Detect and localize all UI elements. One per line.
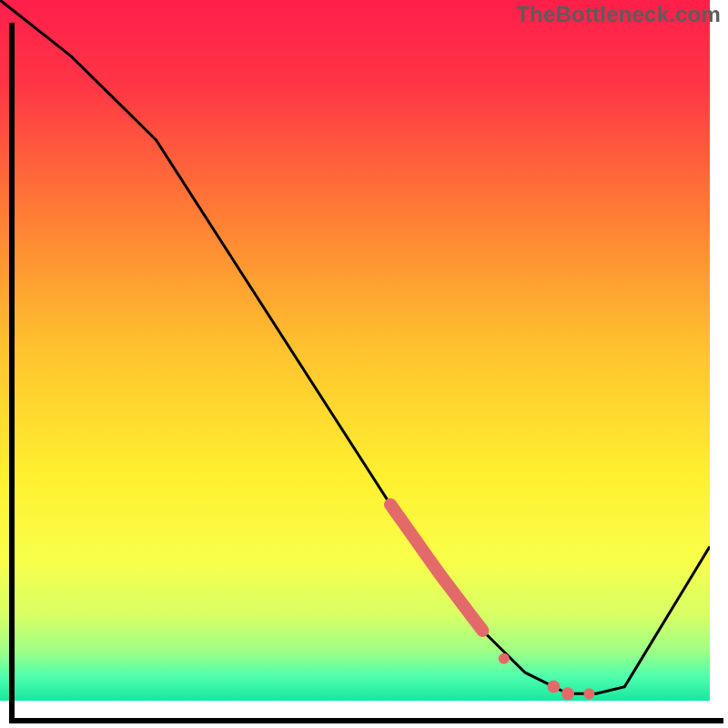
y-axis-line	[9, 23, 15, 723]
chart-container: TheBottleneck.com	[0, 0, 728, 728]
watermark-text: TheBottleneck.com	[516, 2, 721, 27]
highlight-marker	[561, 687, 574, 700]
highlight-marker	[547, 681, 560, 693]
chart-svg	[0, 0, 710, 701]
highlight-marker	[583, 688, 594, 699]
gradient-background	[0, 0, 710, 701]
highlight-marker	[499, 653, 510, 664]
x-axis-line	[9, 718, 723, 723]
